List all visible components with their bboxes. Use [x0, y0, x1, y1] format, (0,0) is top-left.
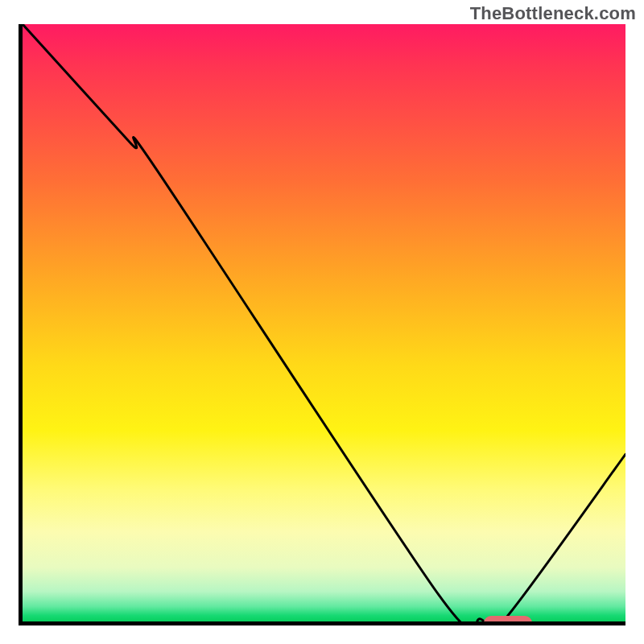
watermark-text: TheBottleneck.com [470, 3, 636, 24]
chart-plot-area [19, 24, 625, 625]
chart-line-layer [23, 24, 625, 621]
curve-path [23, 24, 625, 621]
minimum-marker [484, 616, 532, 625]
